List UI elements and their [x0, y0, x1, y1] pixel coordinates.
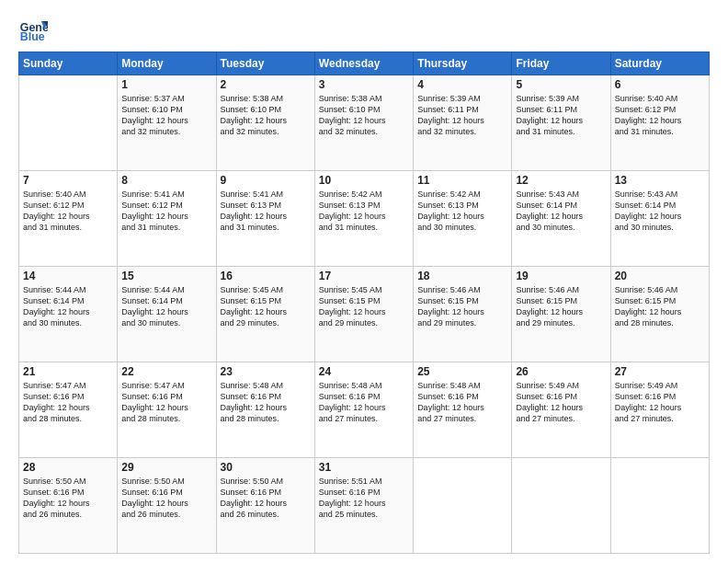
calendar-cell: 20Sunrise: 5:46 AM Sunset: 6:15 PM Dayli…: [610, 267, 709, 362]
weekday-header-sunday: Sunday: [19, 52, 118, 75]
calendar-cell: 27Sunrise: 5:49 AM Sunset: 6:16 PM Dayli…: [610, 362, 709, 458]
day-number: 11: [417, 174, 507, 187]
day-number: 2: [221, 78, 311, 91]
page: General Blue SundayMondayTuesdayWednesda…: [0, 0, 728, 563]
calendar-cell: 1Sunrise: 5:37 AM Sunset: 6:10 PM Daylig…: [118, 75, 216, 171]
calendar-cell: 18Sunrise: 5:46 AM Sunset: 6:15 PM Dayli…: [414, 267, 512, 362]
day-number: 7: [23, 174, 113, 187]
calendar-cell: 29Sunrise: 5:50 AM Sunset: 6:16 PM Dayli…: [118, 458, 216, 554]
day-info: Sunrise: 5:48 AM Sunset: 6:16 PM Dayligh…: [221, 380, 311, 425]
day-number: 3: [319, 78, 409, 91]
logo-icon: General Blue: [18, 15, 48, 44]
day-info: Sunrise: 5:49 AM Sunset: 6:16 PM Dayligh…: [516, 380, 606, 425]
day-number: 21: [23, 365, 113, 378]
day-number: 8: [121, 174, 211, 187]
day-number: 13: [615, 174, 705, 187]
weekday-header-thursday: Thursday: [414, 52, 512, 75]
calendar-cell: 8Sunrise: 5:41 AM Sunset: 6:12 PM Daylig…: [118, 171, 216, 267]
calendar-cell: 14Sunrise: 5:44 AM Sunset: 6:14 PM Dayli…: [19, 267, 118, 362]
calendar-cell: [414, 458, 512, 554]
day-info: Sunrise: 5:37 AM Sunset: 6:10 PM Dayligh…: [121, 93, 211, 138]
calendar-cell: 22Sunrise: 5:47 AM Sunset: 6:16 PM Dayli…: [118, 362, 216, 458]
day-number: 25: [417, 365, 507, 378]
calendar-cell: [19, 75, 118, 171]
day-info: Sunrise: 5:46 AM Sunset: 6:15 PM Dayligh…: [516, 284, 606, 329]
calendar-cell: [610, 458, 709, 554]
calendar-cell: 13Sunrise: 5:43 AM Sunset: 6:14 PM Dayli…: [610, 171, 709, 267]
calendar-cell: 30Sunrise: 5:50 AM Sunset: 6:16 PM Dayli…: [216, 458, 314, 554]
weekday-header-tuesday: Tuesday: [216, 52, 314, 75]
calendar-cell: 3Sunrise: 5:38 AM Sunset: 6:10 PM Daylig…: [314, 75, 413, 171]
day-number: 16: [221, 270, 311, 282]
calendar-table: SundayMondayTuesdayWednesdayThursdayFrid…: [18, 52, 710, 554]
day-info: Sunrise: 5:38 AM Sunset: 6:10 PM Dayligh…: [221, 93, 311, 138]
day-info: Sunrise: 5:44 AM Sunset: 6:14 PM Dayligh…: [23, 284, 113, 329]
calendar-cell: 21Sunrise: 5:47 AM Sunset: 6:16 PM Dayli…: [19, 362, 118, 458]
calendar-cell: 28Sunrise: 5:50 AM Sunset: 6:16 PM Dayli…: [19, 458, 118, 554]
day-info: Sunrise: 5:49 AM Sunset: 6:16 PM Dayligh…: [615, 380, 705, 425]
day-number: 4: [417, 78, 507, 91]
calendar-cell: 9Sunrise: 5:41 AM Sunset: 6:13 PM Daylig…: [216, 171, 314, 267]
day-number: 26: [516, 365, 606, 378]
day-info: Sunrise: 5:47 AM Sunset: 6:16 PM Dayligh…: [121, 380, 211, 425]
week-row-1: 1Sunrise: 5:37 AM Sunset: 6:10 PM Daylig…: [19, 75, 710, 171]
calendar-cell: 31Sunrise: 5:51 AM Sunset: 6:16 PM Dayli…: [314, 458, 413, 554]
weekday-header-saturday: Saturday: [610, 52, 709, 75]
day-number: 15: [121, 270, 211, 282]
calendar-cell: [512, 458, 610, 554]
calendar-cell: 19Sunrise: 5:46 AM Sunset: 6:15 PM Dayli…: [512, 267, 610, 362]
calendar-cell: 26Sunrise: 5:49 AM Sunset: 6:16 PM Dayli…: [512, 362, 610, 458]
day-info: Sunrise: 5:44 AM Sunset: 6:14 PM Dayligh…: [121, 284, 211, 329]
day-number: 31: [319, 461, 409, 474]
day-info: Sunrise: 5:42 AM Sunset: 6:13 PM Dayligh…: [417, 189, 507, 234]
weekday-header-monday: Monday: [118, 52, 216, 75]
day-info: Sunrise: 5:46 AM Sunset: 6:15 PM Dayligh…: [417, 284, 507, 329]
day-info: Sunrise: 5:50 AM Sunset: 6:16 PM Dayligh…: [221, 476, 311, 521]
day-number: 6: [615, 78, 705, 91]
calendar-cell: 24Sunrise: 5:48 AM Sunset: 6:16 PM Dayli…: [314, 362, 413, 458]
day-number: 27: [615, 365, 705, 378]
day-info: Sunrise: 5:41 AM Sunset: 6:12 PM Dayligh…: [121, 189, 211, 234]
week-row-4: 21Sunrise: 5:47 AM Sunset: 6:16 PM Dayli…: [19, 362, 710, 458]
day-info: Sunrise: 5:50 AM Sunset: 6:16 PM Dayligh…: [121, 476, 211, 521]
calendar-cell: 23Sunrise: 5:48 AM Sunset: 6:16 PM Dayli…: [216, 362, 314, 458]
day-info: Sunrise: 5:41 AM Sunset: 6:13 PM Dayligh…: [221, 189, 311, 234]
day-info: Sunrise: 5:47 AM Sunset: 6:16 PM Dayligh…: [23, 380, 113, 425]
day-info: Sunrise: 5:45 AM Sunset: 6:15 PM Dayligh…: [319, 284, 409, 329]
day-number: 19: [516, 270, 606, 282]
day-number: 29: [121, 461, 211, 474]
day-info: Sunrise: 5:43 AM Sunset: 6:14 PM Dayligh…: [516, 189, 606, 234]
calendar-cell: 10Sunrise: 5:42 AM Sunset: 6:13 PM Dayli…: [314, 171, 413, 267]
calendar-cell: 5Sunrise: 5:39 AM Sunset: 6:11 PM Daylig…: [512, 75, 610, 171]
day-info: Sunrise: 5:39 AM Sunset: 6:11 PM Dayligh…: [516, 93, 606, 138]
weekday-header-friday: Friday: [512, 52, 610, 75]
calendar-cell: 15Sunrise: 5:44 AM Sunset: 6:14 PM Dayli…: [118, 267, 216, 362]
day-number: 23: [221, 365, 311, 378]
weekday-header-wednesday: Wednesday: [314, 52, 413, 75]
svg-text:Blue: Blue: [20, 30, 45, 43]
day-number: 22: [121, 365, 211, 378]
day-info: Sunrise: 5:40 AM Sunset: 6:12 PM Dayligh…: [23, 189, 113, 234]
header: General Blue: [18, 15, 710, 44]
day-info: Sunrise: 5:39 AM Sunset: 6:11 PM Dayligh…: [417, 93, 507, 138]
calendar-cell: 6Sunrise: 5:40 AM Sunset: 6:12 PM Daylig…: [610, 75, 709, 171]
day-info: Sunrise: 5:45 AM Sunset: 6:15 PM Dayligh…: [221, 284, 311, 329]
day-number: 17: [319, 270, 409, 282]
day-number: 12: [516, 174, 606, 187]
logo: General Blue: [18, 15, 48, 44]
week-row-5: 28Sunrise: 5:50 AM Sunset: 6:16 PM Dayli…: [19, 458, 710, 554]
day-number: 9: [221, 174, 311, 187]
day-number: 1: [121, 78, 211, 91]
day-number: 14: [23, 270, 113, 282]
weekday-header-row: SundayMondayTuesdayWednesdayThursdayFrid…: [19, 52, 710, 75]
day-number: 5: [516, 78, 606, 91]
day-info: Sunrise: 5:51 AM Sunset: 6:16 PM Dayligh…: [319, 476, 409, 521]
calendar-cell: 11Sunrise: 5:42 AM Sunset: 6:13 PM Dayli…: [414, 171, 512, 267]
calendar-cell: 4Sunrise: 5:39 AM Sunset: 6:11 PM Daylig…: [414, 75, 512, 171]
calendar-cell: 16Sunrise: 5:45 AM Sunset: 6:15 PM Dayli…: [216, 267, 314, 362]
calendar-cell: 2Sunrise: 5:38 AM Sunset: 6:10 PM Daylig…: [216, 75, 314, 171]
calendar-cell: 7Sunrise: 5:40 AM Sunset: 6:12 PM Daylig…: [19, 171, 118, 267]
day-info: Sunrise: 5:38 AM Sunset: 6:10 PM Dayligh…: [319, 93, 409, 138]
day-info: Sunrise: 5:48 AM Sunset: 6:16 PM Dayligh…: [417, 380, 507, 425]
day-info: Sunrise: 5:48 AM Sunset: 6:16 PM Dayligh…: [319, 380, 409, 425]
